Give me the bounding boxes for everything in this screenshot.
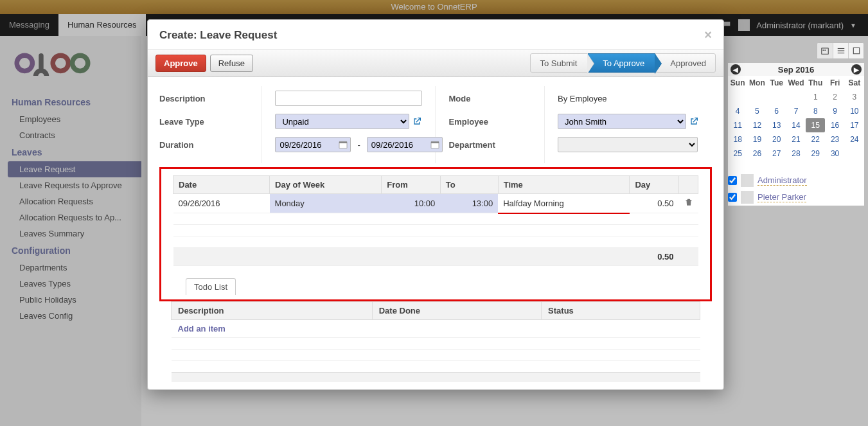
- weekday-header: Sat: [845, 76, 864, 90]
- sidebar-item[interactable]: Leaves Types: [8, 276, 141, 292]
- cal-day[interactable]: 20: [767, 132, 786, 146]
- sidebar: Human ResourcesEmployeesContractsLeavesL…: [0, 36, 141, 426]
- table-row[interactable]: 09/26/2016Monday10:0013:00Halfday Mornin…: [173, 194, 698, 213]
- cal-day[interactable]: 21: [786, 132, 806, 146]
- label-description: Description: [159, 94, 206, 103]
- sidebar-item[interactable]: Leaves Summary: [8, 226, 141, 242]
- cal-day[interactable]: 24: [845, 132, 864, 146]
- cal-day[interactable]: 18: [728, 132, 747, 146]
- user-toggle[interactable]: [728, 193, 737, 202]
- workflow-step[interactable]: To Approve: [588, 53, 655, 73]
- column-header: From: [382, 176, 441, 194]
- caret-down-icon[interactable]: ▼: [850, 22, 856, 29]
- employee-select[interactable]: John Smith: [558, 114, 686, 129]
- workflow-step[interactable]: To Submit: [530, 53, 588, 73]
- list-view-button[interactable]: [833, 43, 848, 58]
- view-switcher: [817, 42, 864, 59]
- cal-day[interactable]: 11: [728, 118, 747, 132]
- avatar: [741, 191, 754, 204]
- external-link-icon[interactable]: [689, 116, 699, 127]
- cal-day[interactable]: 23: [825, 132, 844, 146]
- cal-day[interactable]: 5: [747, 104, 766, 118]
- cal-day[interactable]: 19: [747, 132, 766, 146]
- todo-list-tab[interactable]: Todo List: [186, 278, 236, 295]
- calendar-icon[interactable]: [338, 139, 348, 150]
- menu-messaging[interactable]: Messaging: [0, 14, 58, 36]
- cal-day[interactable]: 7: [786, 104, 806, 118]
- label-mode: Mode: [448, 94, 470, 103]
- user-toggle[interactable]: [728, 176, 737, 185]
- svg-point-9: [73, 55, 88, 71]
- label-employee: Employee: [448, 117, 488, 127]
- workflow-step[interactable]: Approved: [655, 53, 716, 73]
- mini-calendar: ◀ Sep 2016 ▶ SunMonTueWedThuFriSat123456…: [728, 63, 864, 206]
- leave-detail-table: DateDay of WeekFromToTimeDay 09/26/2016M…: [173, 175, 698, 266]
- cal-prev-button[interactable]: ◀: [731, 64, 741, 75]
- refuse-button[interactable]: Refuse: [210, 55, 253, 72]
- cal-day[interactable]: 22: [806, 132, 825, 146]
- cell: Monday: [270, 194, 382, 213]
- department-select[interactable]: [558, 137, 698, 152]
- column-header: Day of Week: [270, 176, 382, 194]
- sidebar-item[interactable]: Leave Requests to Approve: [8, 177, 141, 193]
- weekday-header: Fri: [825, 76, 844, 90]
- svg-rect-6: [853, 48, 859, 53]
- cal-day[interactable]: 9: [825, 104, 844, 118]
- user-link[interactable]: Pieter Parker: [757, 192, 806, 202]
- calendar-view-button[interactable]: [817, 43, 833, 58]
- cal-day[interactable]: 8: [806, 104, 825, 118]
- svg-rect-3: [837, 48, 844, 49]
- cal-day[interactable]: 2: [825, 90, 844, 104]
- cal-next-button[interactable]: ▶: [851, 64, 862, 75]
- cal-day[interactable]: 12: [747, 118, 766, 132]
- cal-day[interactable]: 28: [786, 146, 806, 161]
- column-header: Day: [630, 176, 679, 194]
- sidebar-item[interactable]: Leaves Config: [8, 308, 141, 324]
- cal-month-label: Sep 2016: [778, 65, 814, 75]
- sidebar-section-title: Leaves: [8, 143, 141, 161]
- cell: 13:00: [440, 194, 498, 213]
- cal-day[interactable]: 25: [728, 146, 747, 161]
- svg-rect-4: [837, 50, 844, 51]
- description-input[interactable]: [275, 91, 422, 106]
- cal-day[interactable]: 30: [825, 146, 844, 161]
- menu-human-resources[interactable]: Human Resources: [58, 14, 146, 36]
- sidebar-item[interactable]: Public Holidays: [8, 292, 141, 308]
- total-day: 0.50: [630, 248, 679, 266]
- add-item-link[interactable]: Add an item: [178, 324, 226, 333]
- sidebar-item[interactable]: Allocation Requests to Ap...: [8, 209, 141, 226]
- cal-day[interactable]: 4: [728, 104, 747, 118]
- cal-day[interactable]: 13: [767, 118, 786, 132]
- approve-button[interactable]: Approve: [155, 55, 206, 72]
- cal-day[interactable]: 14: [786, 118, 806, 132]
- cal-day[interactable]: 1: [806, 90, 825, 104]
- column-header: Date Done: [372, 302, 541, 320]
- logo: [14, 48, 141, 78]
- sidebar-item[interactable]: Allocation Requests: [8, 193, 141, 209]
- leave-type-select[interactable]: Unpaid: [275, 114, 409, 129]
- label-leave-type: Leave Type: [159, 117, 204, 127]
- user-avatar[interactable]: [738, 19, 750, 31]
- cell: Halfday Morning: [498, 194, 630, 213]
- cal-day[interactable]: 17: [845, 118, 864, 132]
- close-icon[interactable]: ×: [704, 28, 712, 42]
- cal-day[interactable]: 6: [767, 104, 786, 118]
- cal-day[interactable]: 15: [806, 118, 825, 132]
- sidebar-item[interactable]: Leave Request: [8, 161, 141, 177]
- cal-day[interactable]: 10: [845, 104, 864, 118]
- calendar-user-row: Pieter Parker: [728, 189, 864, 206]
- external-link-icon[interactable]: [412, 116, 422, 127]
- sidebar-item[interactable]: Departments: [8, 260, 141, 276]
- user-menu[interactable]: Administrator (markant): [756, 21, 844, 30]
- sidebar-item[interactable]: Employees: [8, 111, 141, 127]
- cal-day[interactable]: 27: [767, 146, 786, 161]
- user-link[interactable]: Administrator: [757, 175, 807, 186]
- cal-day[interactable]: 26: [747, 146, 766, 161]
- sidebar-item[interactable]: Contracts: [8, 127, 141, 143]
- cal-day[interactable]: 3: [845, 90, 864, 104]
- form-view-button[interactable]: [848, 43, 864, 58]
- cal-day[interactable]: 29: [806, 146, 825, 161]
- cal-day[interactable]: 16: [825, 118, 844, 132]
- trash-icon[interactable]: [684, 198, 693, 207]
- calendar-icon[interactable]: [430, 139, 440, 150]
